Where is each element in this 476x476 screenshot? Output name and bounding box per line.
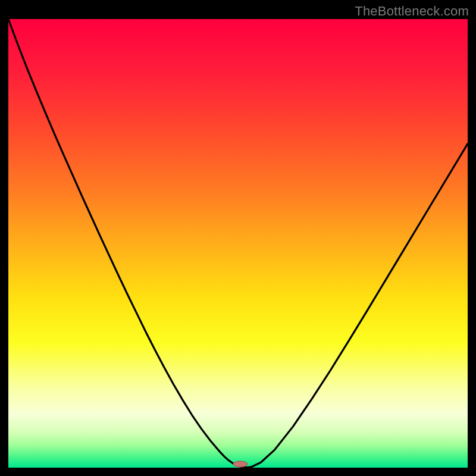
watermark-text: TheBottleneck.com — [355, 4, 469, 19]
svg-point-0 — [233, 461, 248, 467]
optimal-point-marker — [233, 461, 248, 467]
chart-background-gradient — [8, 19, 468, 468]
chart-frame — [8, 19, 468, 468]
bottleneck-chart — [8, 19, 468, 468]
